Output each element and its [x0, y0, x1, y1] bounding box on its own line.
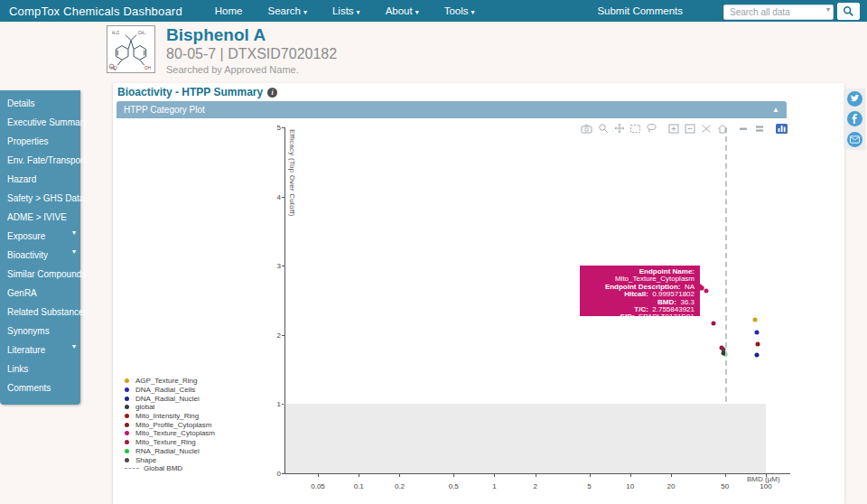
plotly-logo-icon[interactable] — [775, 123, 788, 134]
chevron-up-icon[interactable]: ▲ — [772, 106, 779, 114]
zoom-out-icon[interactable] — [683, 123, 696, 134]
share-facebook-button[interactable] — [847, 111, 862, 126]
chevron-down-icon[interactable]: ▾ — [826, 5, 830, 14]
zoom-icon[interactable] — [596, 123, 610, 134]
sidebar-item-exposure[interactable]: Exposure▾ — [0, 227, 80, 246]
search-icon — [843, 5, 854, 17]
page-title: Bioactivity - HTPP Summary — [117, 86, 263, 98]
sidebar-item-env-fate-transport[interactable]: Env. Fate/Transport — [0, 151, 80, 170]
sidebar-item-safety-ghs-data[interactable]: Safety > GHS Data — [0, 189, 80, 208]
nav-item-about[interactable]: About▾ — [373, 5, 432, 16]
navbar-menu: HomeSearch▾Lists▾About▾Tools▾ — [202, 5, 488, 16]
pan-icon[interactable] — [612, 123, 626, 134]
box-select-icon[interactable] — [629, 123, 642, 134]
search-input[interactable] — [723, 5, 834, 20]
plotly-modebar — [577, 123, 788, 134]
compare-data-icon[interactable] — [753, 123, 767, 134]
sidebar-item-synonyms[interactable]: Synonyms — [0, 322, 80, 341]
info-icon[interactable]: i — [267, 88, 277, 98]
sidebar-item-details[interactable]: Details — [0, 94, 80, 113]
top-navbar: CompTox Chemicals Dashboard HomeSearch▾L… — [0, 0, 867, 22]
sidebar-item-literature[interactable]: Literature▾ — [0, 341, 80, 359]
chemical-header: H₃C CH₃ HO OH Bisphenol A 80-05-7 | DTXS… — [107, 25, 337, 75]
structure-image[interactable]: H₃C CH₃ HO OH — [107, 25, 155, 73]
show-closest-icon[interactable] — [737, 123, 750, 134]
chevron-down-icon: ▾ — [303, 8, 307, 16]
sidebar-item-hazard[interactable]: Hazard — [0, 170, 80, 189]
nav-item-home[interactable]: Home — [202, 5, 256, 16]
chemical-meta: Bisphenol A 80-05-7 | DTXSID7020182 Sear… — [166, 25, 337, 75]
chemical-name: Bisphenol A — [166, 25, 337, 45]
chevron-down-icon: ▾ — [72, 342, 76, 350]
sidebar-item-executive-summary[interactable]: Executive Summary — [0, 113, 80, 132]
section-title-row: Bioactivity - HTPP Summary i — [117, 86, 277, 98]
nav-item-tools[interactable]: Tools▾ — [432, 5, 488, 16]
nav-item-lists[interactable]: Lists▾ — [320, 5, 373, 16]
panel-title: HTPP Category Plot — [124, 105, 205, 115]
lasso-icon[interactable] — [645, 123, 658, 134]
sidebar-item-similar-compounds[interactable]: Similar Compounds — [0, 265, 80, 284]
sidebar-item-comments[interactable]: Comments — [0, 378, 80, 397]
svg-text:CH₃: CH₃ — [138, 31, 145, 35]
submit-comments-link[interactable]: Submit Comments — [597, 5, 683, 16]
chevron-down-icon: ▾ — [72, 229, 76, 237]
global-search: ▾ — [723, 3, 860, 20]
camera-icon[interactable] — [580, 123, 593, 134]
htpp-panel-body — [117, 118, 787, 504]
sidebar-nav: DetailsExecutive SummaryPropertiesEnv. F… — [0, 90, 80, 405]
sidebar-item-genra[interactable]: GenRA — [0, 284, 80, 303]
comptox-dashboard-page: CompTox Chemicals Dashboard HomeSearch▾L… — [0, 0, 867, 504]
nav-item-search[interactable]: Search▾ — [256, 5, 320, 16]
content-card: Bioactivity - HTPP Summary i HTPP Catego… — [113, 83, 844, 504]
chevron-down-icon: ▾ — [415, 8, 419, 16]
magnifier-icon[interactable] — [108, 63, 117, 71]
reset-axes-icon[interactable] — [715, 123, 729, 134]
chevron-down-icon: ▾ — [72, 247, 76, 256]
svg-text:H₃C: H₃C — [112, 31, 120, 35]
zoom-in-icon[interactable] — [667, 123, 680, 134]
chevron-down-icon: ▾ — [471, 8, 475, 16]
autoscale-icon[interactable] — [699, 123, 713, 134]
share-email-button[interactable] — [847, 132, 862, 147]
chevron-down-icon: ▾ — [357, 8, 360, 16]
sidebar-item-properties[interactable]: Properties — [0, 132, 80, 151]
sidebar-item-links[interactable]: Links — [0, 359, 80, 378]
sidebar-item-bioactivity[interactable]: Bioactivity▾ — [0, 246, 80, 265]
sidebar-item-adme-ivive[interactable]: ADME > IVIVE — [0, 208, 80, 227]
svg-text:OH: OH — [144, 66, 152, 70]
casrn-dtxsid: 80-05-7 | DTXSID7020182 — [166, 45, 337, 62]
brand-title[interactable]: CompTox Chemicals Dashboard — [9, 5, 182, 18]
share-twitter-button[interactable] — [847, 91, 862, 107]
search-button[interactable] — [837, 3, 860, 20]
sidebar-item-related-substances[interactable]: Related Substances — [0, 303, 80, 322]
search-note: Searched by Approved Name. — [166, 64, 337, 75]
htpp-panel-header[interactable]: HTPP Category Plot ▲ — [117, 101, 787, 118]
social-share-strip — [844, 89, 865, 150]
